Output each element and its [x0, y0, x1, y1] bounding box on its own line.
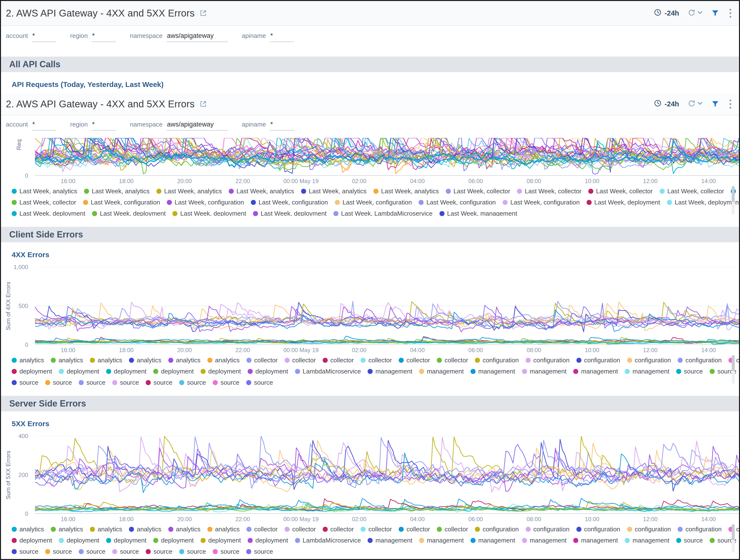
legend-item[interactable]: Last Week, collector [660, 187, 724, 195]
legend-item[interactable]: collector [437, 526, 468, 533]
refresh-button[interactable] [688, 100, 703, 108]
legend-item[interactable]: collector [361, 357, 392, 364]
legend-item[interactable]: Last Week, deployment [586, 199, 660, 206]
legend-item[interactable]: Last Week, analytics [229, 187, 294, 195]
legend-item[interactable]: management [419, 537, 464, 544]
legend-item[interactable]: source [146, 548, 172, 554]
legend-item[interactable]: collector [247, 526, 278, 533]
legend-item[interactable]: Last Week, configuration [83, 199, 160, 206]
legend-item[interactable]: source [213, 548, 240, 554]
filter-input-account[interactable]: * [32, 121, 56, 131]
legend-item[interactable]: analytics [90, 526, 122, 533]
legend-item[interactable]: collector [399, 526, 430, 533]
time-range-button[interactable]: -24h [654, 8, 679, 18]
legend-item[interactable]: management [368, 537, 412, 544]
legend-item[interactable]: source [676, 537, 703, 544]
legend-item[interactable]: deployment [248, 368, 288, 375]
legend-item[interactable]: Last Week, management [440, 210, 518, 216]
filter-input-account[interactable]: * [32, 32, 56, 42]
legend-item[interactable]: management [368, 368, 412, 375]
legend-item[interactable]: management [625, 368, 669, 375]
legend-item[interactable]: analytics [168, 526, 200, 533]
legend-item[interactable]: Last Week, deployment [92, 210, 166, 216]
legend-item[interactable]: source [146, 379, 172, 385]
chart-canvas[interactable] [35, 267, 739, 345]
filter-input-namespace[interactable]: aws/apigateway [167, 121, 228, 131]
legend-item[interactable]: analytics [207, 357, 240, 364]
scrollbar-thumb[interactable] [732, 355, 735, 371]
legend-item[interactable]: management [470, 368, 515, 375]
legend-item[interactable]: configuration [475, 357, 519, 364]
share-icon[interactable] [200, 100, 207, 108]
legend-item[interactable]: analytics [51, 357, 83, 364]
time-range-button[interactable]: -24h [654, 99, 679, 109]
legend-item[interactable]: source [45, 379, 72, 385]
chart-canvas[interactable] [35, 436, 739, 514]
legend-item[interactable]: configuration [627, 526, 671, 533]
filter-icon[interactable] [711, 100, 719, 108]
legend-item[interactable]: configuration [475, 526, 519, 533]
scrollbar[interactable] [732, 524, 735, 553]
legend-item[interactable]: collector [247, 357, 278, 364]
legend-item[interactable]: management [470, 537, 515, 544]
legend-item[interactable]: deployment [12, 368, 52, 375]
legend-item[interactable]: analytics [51, 526, 83, 533]
legend-item[interactable]: Last Week, collector [517, 187, 581, 195]
legend-item[interactable]: deployment [12, 537, 52, 544]
legend-item[interactable]: Last Week, analytics [12, 187, 77, 195]
legend-item[interactable]: management [522, 537, 567, 544]
legend-item[interactable]: management [573, 368, 618, 375]
legend-item[interactable]: Last Week, configuration [502, 199, 580, 206]
legend-item[interactable]: analytics [12, 357, 44, 364]
legend-item[interactable]: configuration [677, 526, 722, 533]
chart-plot-area[interactable] [35, 138, 739, 176]
legend-item[interactable]: configuration [526, 526, 570, 533]
share-icon[interactable] [200, 9, 207, 17]
legend-item[interactable]: Last Week, configuration [251, 199, 328, 206]
legend-item[interactable]: Last Week, configuration [419, 199, 496, 206]
legend-item[interactable]: Last Week, deployment [172, 210, 246, 216]
legend-item[interactable]: collector [322, 526, 354, 533]
legend-item[interactable]: deployment [106, 537, 147, 544]
legend-item[interactable]: source [676, 368, 703, 375]
legend-item[interactable]: source [12, 379, 38, 385]
legend-item[interactable]: collector [437, 357, 468, 364]
legend-item[interactable]: source [246, 548, 273, 554]
scrollbar-thumb[interactable] [732, 186, 735, 202]
legend-item[interactable]: collector [285, 357, 316, 364]
legend-item[interactable]: collector [285, 526, 316, 533]
legend-item[interactable]: deployment [106, 368, 147, 375]
chart-canvas[interactable] [35, 138, 739, 176]
legend-item[interactable]: Last Week, analytics [301, 187, 367, 195]
legend-item[interactable]: configuration [576, 357, 620, 364]
legend-item[interactable]: Last Week, deployment [253, 210, 327, 216]
legend-item[interactable]: configuration [677, 357, 722, 364]
legend-item[interactable]: source [213, 379, 240, 385]
filter-input-apiname[interactable]: * [270, 121, 294, 131]
legend-item[interactable]: LambdaMicroservice [295, 537, 361, 544]
filter-input-namespace[interactable]: aws/apigateway [167, 32, 228, 42]
legend-item[interactable]: Last Week, LambdaMicroservice [333, 210, 433, 216]
legend-item[interactable]: management [625, 537, 669, 544]
kebab-menu-icon[interactable] [728, 98, 733, 110]
legend-item[interactable]: source [12, 548, 38, 554]
legend-item[interactable]: Last Week, collector [588, 187, 653, 195]
legend-item[interactable]: deployment [59, 368, 99, 375]
legend-item[interactable]: Last Week, analytics [156, 187, 222, 195]
legend-item[interactable]: source [179, 379, 206, 385]
filter-input-region[interactable]: * [92, 32, 116, 42]
legend-item[interactable]: management [419, 368, 464, 375]
legend-item[interactable]: deployment [153, 368, 193, 375]
legend-item[interactable]: source [79, 548, 105, 554]
legend-item[interactable]: Last Week, deployment [12, 210, 85, 216]
legend-item[interactable]: LambdaMicroservice [295, 368, 361, 375]
legend-item[interactable]: configuration [526, 357, 570, 364]
legend-item[interactable]: management [573, 537, 618, 544]
legend-item[interactable]: analytics [129, 357, 161, 364]
legend-item[interactable]: Last Week, deployment [667, 199, 739, 206]
legend-item[interactable]: source [179, 548, 206, 554]
legend-item[interactable]: deployment [153, 537, 193, 544]
filter-icon[interactable] [711, 9, 719, 17]
legend-item[interactable]: deployment [248, 537, 288, 544]
legend-item[interactable]: Last Week, analytics [373, 187, 439, 195]
